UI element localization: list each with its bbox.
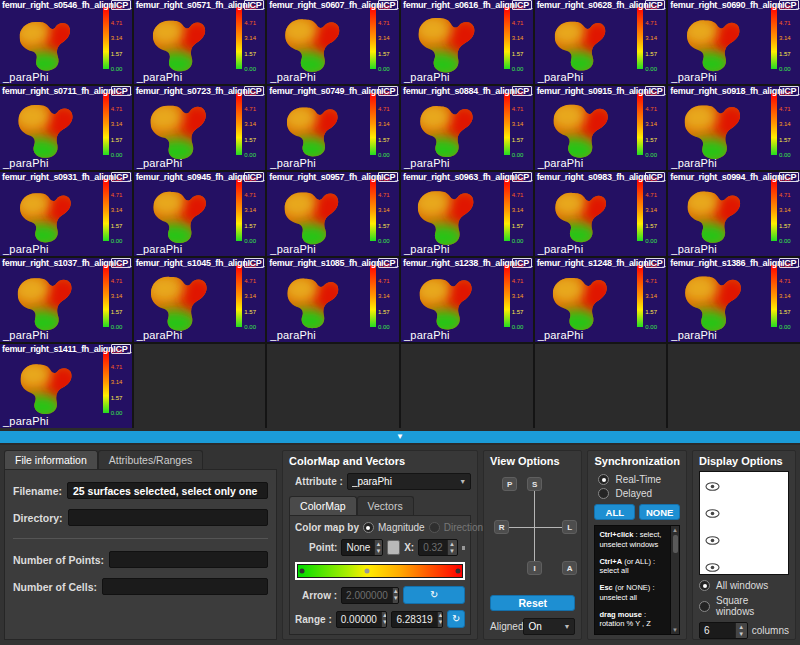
colorbar[interactable]: 6.284.713.141.570.00 — [103, 351, 127, 413]
femur-mesh[interactable] — [671, 268, 770, 337]
help-scrollbar[interactable]: ▲ ▼ — [670, 526, 679, 634]
view-posterior-button[interactable]: P — [502, 477, 517, 491]
femur-mesh[interactable] — [6, 356, 98, 422]
view-anterior-button[interactable]: A — [562, 561, 577, 575]
square-windows-radio[interactable] — [699, 601, 710, 612]
surface-viewport[interactable]: femur_right_s1238_fh_alignICP_ 6.284.713… — [401, 258, 533, 342]
select-all-button[interactable]: ALL — [594, 504, 635, 520]
surface-viewport[interactable]: femur_right_s0931_fh_alignICP_ 6.284.713… — [0, 172, 132, 256]
surface-viewport[interactable]: femur_right_s0607_fh_alignICP_ 6.284.713… — [267, 0, 399, 84]
surface-render-area[interactable]: 6.284.713.141.570.00 _paraPhi — [267, 11, 399, 84]
femur-mesh[interactable] — [406, 99, 499, 164]
colorbar[interactable]: 6.284.713.141.570.00 — [370, 179, 394, 241]
femur-mesh[interactable] — [274, 271, 365, 335]
surface-render-area[interactable]: 6.284.713.141.570.00 _paraPhi — [267, 183, 399, 256]
femur-mesh[interactable] — [541, 13, 632, 77]
range-reset-button[interactable]: ↻ — [447, 610, 465, 628]
colorbar[interactable]: 6.284.713.141.570.00 — [771, 179, 795, 241]
femur-mesh[interactable] — [6, 12, 98, 78]
view-right-button[interactable]: R — [494, 520, 509, 534]
surface-viewport[interactable]: femur_right_s0616_fh_alignICP_ 6.284.713… — [401, 0, 533, 84]
surface-viewport[interactable]: femur_right_s0628_fh_alignICP_ 6.284.713… — [535, 0, 667, 84]
colorbar[interactable]: 6.284.713.141.570.00 — [771, 265, 795, 327]
surface-viewport[interactable]: femur_right_s0749_fh_alignICP_ 6.284.713… — [267, 86, 399, 170]
surface-render-area[interactable]: 6.284.713.141.570.00 _paraPhi — [401, 11, 533, 84]
view-left-button[interactable]: L — [562, 520, 577, 534]
spin-arrows-icon[interactable]: ▲▼ — [735, 623, 747, 638]
surface-render-area[interactable]: 6.284.713.141.570.00 _paraPhi — [668, 97, 800, 170]
surface-render-area[interactable]: 6.284.713.141.570.00 _paraPhi — [0, 11, 132, 84]
colorbar[interactable]: 6.284.713.141.570.00 — [236, 93, 260, 155]
colorbar[interactable]: 6.284.713.141.570.00 — [637, 7, 661, 69]
colorbar[interactable]: 6.284.713.141.570.00 — [637, 93, 661, 155]
tab-vectors[interactable]: Vectors — [357, 496, 414, 515]
colorbar[interactable]: 6.284.713.141.570.00 — [504, 265, 528, 327]
colorbar[interactable]: 6.284.713.141.570.00 — [504, 179, 528, 241]
femur-mesh[interactable] — [270, 182, 368, 252]
colorbar[interactable]: 6.284.713.141.570.00 — [370, 265, 394, 327]
surface-viewport[interactable]: femur_right_s0963_fh_alignICP_ 6.284.713… — [401, 172, 533, 256]
reset-view-button[interactable]: Reset — [490, 595, 575, 611]
surface-render-area[interactable]: 6.284.713.141.570.00 _paraPhi — [401, 269, 533, 342]
spin-arrows-icon[interactable]: ▲▼ — [437, 612, 444, 627]
femur-mesh[interactable] — [673, 183, 768, 251]
surface-render-area[interactable]: 6.284.713.141.570.00 _paraPhi — [668, 269, 800, 342]
surface-viewport[interactable]: femur_right_s1248_fh_alignICP_ 6.284.713… — [535, 258, 667, 342]
surface-render-area[interactable]: 6.284.713.141.570.00 _paraPhi — [535, 269, 667, 342]
colorbar[interactable]: 6.284.713.141.570.00 — [103, 7, 127, 69]
range-min-spinbox[interactable]: 0.00000 ▲▼ — [336, 611, 388, 628]
colorbar[interactable]: 6.284.713.141.570.00 — [103, 265, 127, 327]
femur-mesh[interactable] — [137, 269, 235, 336]
colorbar[interactable]: 6.284.713.141.570.00 — [504, 93, 528, 155]
colorbar[interactable]: 6.284.713.141.570.00 — [370, 7, 394, 69]
surface-render-area[interactable]: 6.284.713.141.570.00 _paraPhi — [134, 97, 266, 170]
eye-icon[interactable] — [705, 482, 720, 491]
eye-icon[interactable] — [705, 509, 720, 518]
surface-viewport[interactable]: femur_right_s0723_fh_alignICP_ 6.284.713… — [134, 86, 266, 170]
magnitude-radio[interactable] — [363, 522, 374, 533]
surface-viewport[interactable]: femur_right_s0957_fh_alignICP_ 6.284.713… — [267, 172, 399, 256]
tab-colormap[interactable]: ColorMap — [289, 496, 357, 515]
surface-render-area[interactable]: 6.284.713.141.570.00 _paraPhi — [0, 355, 132, 428]
surface-viewport[interactable]: femur_right_s0690_fh_alignICP_ 6.284.713… — [668, 0, 800, 84]
panel-splitter[interactable]: ▼ — [0, 431, 800, 443]
surface-render-area[interactable]: 6.284.713.141.570.00 _paraPhi — [267, 97, 399, 170]
scrollbar-thumb[interactable] — [673, 535, 678, 553]
eye-icon[interactable] — [705, 563, 720, 572]
colorbar[interactable]: 6.284.713.141.570.00 — [236, 265, 260, 327]
spin-arrows-icon[interactable]: ▲▼ — [374, 540, 381, 555]
surface-viewport[interactable]: femur_right_s0918_fh_alignICP_ 6.284.713… — [668, 86, 800, 170]
spin-arrows-icon[interactable]: ▲▼ — [392, 588, 399, 603]
arrow-reset-button[interactable]: ↻ — [403, 586, 465, 604]
surface-render-area[interactable]: 6.284.713.141.570.00 _paraPhi — [134, 11, 266, 84]
surface-render-area[interactable]: 6.284.713.141.570.00 _paraPhi — [535, 11, 667, 84]
femur-mesh[interactable] — [274, 100, 364, 163]
surface-viewport[interactable]: femur_right_s1045_fh_alignICP_ 6.284.713… — [134, 258, 266, 342]
colorbar[interactable]: 6.284.713.141.570.00 — [771, 7, 795, 69]
surface-viewport[interactable]: femur_right_s0994_fh_alignICP_ 6.284.713… — [668, 172, 800, 256]
surface-viewport[interactable]: femur_right_s1386_fh_alignICP_ 6.284.713… — [668, 258, 800, 342]
colorbar[interactable]: 6.284.713.141.570.00 — [637, 179, 661, 241]
surface-render-area[interactable]: 6.284.713.141.570.00 _paraPhi — [0, 97, 132, 170]
surface-render-area[interactable]: 6.284.713.141.570.00 _paraPhi — [535, 97, 667, 170]
surface-viewport[interactable]: femur_right_s0884_fh_alignICP_ 6.284.713… — [401, 86, 533, 170]
attribute-combobox[interactable]: _paraPhi ▼ — [347, 473, 471, 490]
surface-render-area[interactable]: 6.284.713.141.570.00 _paraPhi — [668, 183, 800, 256]
colorbar[interactable]: 6.284.713.141.570.00 — [103, 93, 127, 155]
surface-viewport[interactable]: femur_right_s0571_fh_alignICP_ 6.284.713… — [134, 0, 266, 84]
femur-mesh[interactable] — [3, 97, 100, 166]
surface-render-area[interactable]: 6.284.713.141.570.00 _paraPhi — [401, 97, 533, 170]
all-windows-radio[interactable] — [699, 580, 710, 591]
tab-file-information[interactable]: File information — [4, 450, 98, 469]
femur-mesh[interactable] — [674, 13, 766, 76]
femur-mesh[interactable] — [3, 269, 100, 338]
colorbar[interactable]: 6.284.713.141.570.00 — [504, 7, 528, 69]
colorbar[interactable]: 6.284.713.141.570.00 — [236, 179, 260, 241]
colorbar[interactable]: 6.284.713.141.570.00 — [370, 93, 394, 155]
spin-arrows-icon[interactable]: ▲▼ — [447, 540, 457, 555]
colorbar[interactable]: 6.284.713.141.570.00 — [771, 93, 795, 155]
surface-viewport[interactable]: femur_right_s0983_fh_alignICP_ 6.284.713… — [535, 172, 667, 256]
point-spinbox[interactable]: None ▲▼ — [341, 539, 382, 556]
spin-arrows-icon[interactable]: ▲▼ — [381, 612, 388, 627]
colorbar[interactable]: 6.284.713.141.570.00 — [103, 179, 127, 241]
